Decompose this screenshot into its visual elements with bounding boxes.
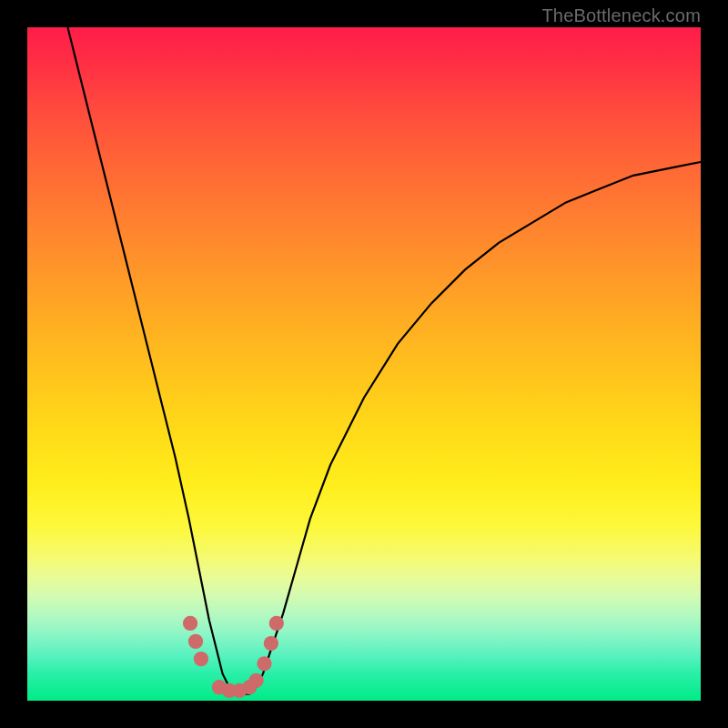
curve-marker — [248, 673, 263, 688]
curve-marker — [257, 656, 271, 671]
curve-marker — [264, 636, 278, 651]
chart-frame: TheBottleneck.com — [0, 0, 728, 728]
curve-marker — [183, 616, 197, 631]
plot-area — [27, 27, 701, 701]
bottleneck-curve — [67, 27, 701, 694]
curve-marker — [188, 634, 203, 649]
curve-layer — [27, 27, 701, 701]
curve-marker — [194, 652, 208, 666]
attribution-label: TheBottleneck.com — [541, 5, 701, 26]
curve-marker — [269, 616, 284, 631]
